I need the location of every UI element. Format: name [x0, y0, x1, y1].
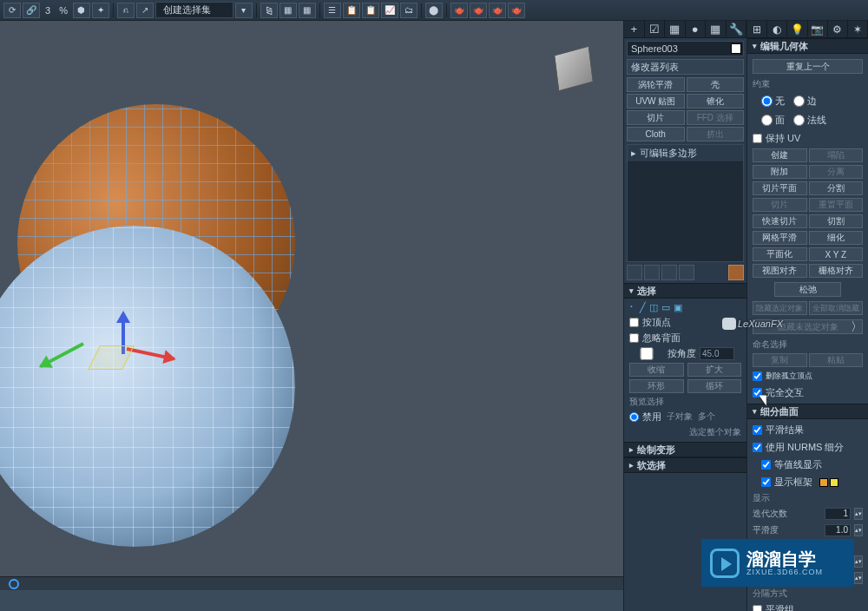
constraint-none[interactable]: 无 [761, 95, 785, 108]
show-cage-check[interactable] [761, 477, 771, 487]
remove-mod-btn[interactable] [679, 265, 694, 280]
mod-uvwmap[interactable]: UVW 贴图 [627, 94, 685, 108]
mod-cloth[interactable]: Cloth [627, 127, 685, 141]
hide-selected-btn[interactable]: 隐藏选定对象 [753, 301, 807, 315]
mod-taper[interactable]: 锥化 [687, 94, 745, 108]
spinner-arrows[interactable]: ▴▾ [854, 508, 863, 520]
toolbar-btn[interactable]: 🔗 [23, 3, 40, 18]
tab-utilities[interactable]: 🔧 [727, 21, 747, 37]
toolbar-btn[interactable]: ⬢ [73, 3, 90, 18]
selection-set-field[interactable]: 创建选择集 [155, 2, 233, 18]
render-btn[interactable]: 🫖 [508, 3, 525, 18]
smooth-groups-check[interactable] [753, 605, 762, 611]
scroll-right-icon[interactable]: 〉 [851, 319, 863, 332]
percent-field[interactable]: 3 [42, 5, 54, 16]
geom-tab[interactable]: ◐ [767, 21, 787, 37]
shrink-btn[interactable]: 收缩 [629, 363, 684, 377]
rollout-edit-geometry[interactable]: 编辑几何体 [747, 38, 868, 54]
smoothness-spinner[interactable]: 1.0 [825, 524, 851, 536]
spinner-arrows[interactable]: ▴▾ [854, 572, 863, 584]
paste-btn[interactable]: 粘贴 [809, 353, 864, 367]
geom-tab[interactable]: ⚙ [828, 21, 848, 37]
geom-tab[interactable]: 💡 [787, 21, 807, 37]
subobj-poly-icon[interactable]: ▭ [661, 302, 670, 313]
create-btn[interactable]: 创建 [753, 148, 807, 162]
rollout-paint-deform[interactable]: 绘制变形 [624, 442, 746, 457]
mod-turbosmooth[interactable]: 涡轮平滑 [627, 77, 685, 92]
viewcube[interactable] [556, 50, 597, 92]
tessellate-btn[interactable]: 细化 [809, 231, 864, 245]
toolbar-btn[interactable]: 🫖 [489, 3, 506, 18]
subobj-vertex-icon[interactable]: ⠂ [629, 302, 636, 313]
align-btn[interactable]: ▦ [279, 3, 297, 18]
by-angle-check[interactable]: 按角度 [629, 347, 696, 360]
angle-spinner[interactable] [700, 347, 734, 360]
mod-shell[interactable]: 壳 [687, 77, 745, 92]
mirror-btn[interactable]: ⧎ [260, 3, 278, 18]
tab-create[interactable]: + [624, 21, 645, 37]
preview-off-radio[interactable]: 禁用 [629, 411, 661, 424]
make-planar-btn[interactable]: 平面化 [753, 247, 807, 261]
object-name-field[interactable]: Sphere003 [627, 41, 744, 56]
tab-display[interactable]: ▦ [706, 21, 727, 37]
constraint-edge[interactable]: 边 [793, 95, 817, 108]
loop-btn[interactable]: 循环 [687, 379, 742, 393]
subobj-edge-icon[interactable]: ╱ [640, 302, 646, 313]
xyz-btn[interactable]: X Y Z [809, 247, 864, 261]
stack-item[interactable]: ▸可编辑多边形 [628, 145, 743, 162]
configure-sets-btn[interactable] [728, 265, 744, 280]
toolbar-btn[interactable]: ▾ [235, 3, 253, 18]
rollout-soft-selection[interactable]: 软选择 [624, 457, 746, 473]
spinner-arrows[interactable]: ▴▾ [854, 555, 863, 568]
split-btn[interactable]: 分割 [809, 181, 864, 195]
toolbar-btn[interactable]: 📋 [362, 3, 379, 18]
gizmo-x-axis[interactable] [127, 347, 175, 361]
subobj-element-icon[interactable]: ▣ [674, 302, 682, 313]
ignore-backfacing-check[interactable]: 忽略背面 [629, 332, 741, 345]
toolbar-btn[interactable]: ⟳ [3, 3, 21, 18]
collapse-btn[interactable]: 塌陷 [809, 148, 864, 162]
relax-btn[interactable]: 松弛 [774, 282, 840, 297]
smooth-result-check[interactable] [753, 425, 762, 435]
ring-btn[interactable]: 环形 [629, 379, 684, 393]
slice-btn[interactable]: 切片 [753, 198, 807, 212]
unhide-all-btn[interactable]: 全部取消隐藏 [809, 301, 864, 315]
copy-btn[interactable]: 复制 [753, 353, 807, 367]
msmooth-btn[interactable]: 网格平滑 [753, 231, 807, 245]
toolbar-btn[interactable]: 📋 [343, 3, 360, 18]
viewport[interactable] [0, 21, 623, 590]
toolbar-btn[interactable]: ↗ [136, 3, 154, 18]
pin-stack-btn[interactable] [627, 265, 642, 280]
make-unique-btn[interactable] [661, 265, 677, 280]
cut-btn[interactable]: 切割 [809, 214, 864, 228]
reset-plane-btn[interactable]: 重置平面 [809, 198, 864, 212]
render-setup-btn[interactable]: 🫖 [450, 3, 468, 18]
tab-modify[interactable]: ☑ [645, 21, 666, 37]
iterations-spinner[interactable]: 1 [825, 508, 851, 520]
render-frame-btn[interactable]: 🫖 [470, 3, 487, 18]
isoline-display-check[interactable] [761, 460, 771, 470]
mod-slice[interactable]: 切片 [627, 110, 685, 125]
toolbar-btn[interactable]: ⎌ [117, 3, 135, 18]
rollout-selection[interactable]: 选择 [624, 283, 746, 299]
repeat-last-btn[interactable]: 重复上一个 [753, 59, 863, 74]
constraint-normal[interactable]: 法线 [793, 114, 826, 127]
detach-btn[interactable]: 分离 [809, 165, 864, 179]
geom-tab[interactable]: ⊞ [747, 21, 767, 37]
grid-align-btn[interactable]: 栅格对齐 [809, 264, 864, 278]
attach-btn[interactable]: 附加 [753, 165, 807, 179]
tab-hierarchy[interactable]: ▦ [665, 21, 686, 37]
modifier-stack[interactable]: ▸可编辑多边形 [627, 144, 744, 262]
by-vertex-check[interactable]: 按顶点 [629, 316, 741, 329]
curve-editor-btn[interactable]: 📈 [381, 3, 398, 18]
spinner-arrows[interactable]: ▴▾ [854, 524, 863, 536]
show-end-result-btn[interactable] [644, 265, 660, 280]
geom-tab[interactable]: 📷 [808, 21, 828, 37]
tab-motion[interactable]: ● [686, 21, 707, 37]
toolbar-btn[interactable]: ▦ [299, 3, 316, 18]
cage-color-swatches[interactable] [819, 478, 838, 487]
object-color-swatch[interactable] [731, 43, 741, 54]
subobj-border-icon[interactable]: ◫ [649, 302, 658, 313]
grow-btn[interactable]: 扩大 [687, 363, 742, 377]
slice-plane-btn[interactable]: 切片平面 [753, 181, 807, 195]
